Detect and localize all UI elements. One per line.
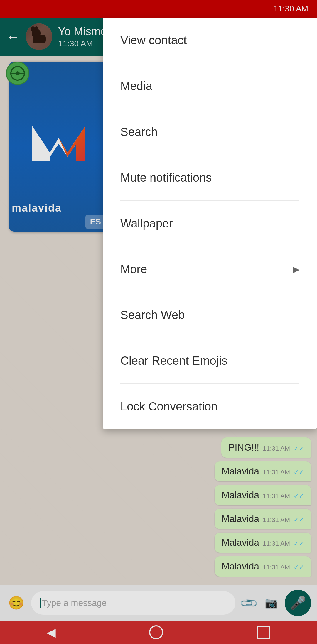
menu-item-label: Media xyxy=(120,80,152,93)
menu-item-search-web[interactable]: Search Web xyxy=(103,292,317,338)
dropdown-menu: View contact Media Search Mute notificat… xyxy=(103,18,317,429)
menu-item-search[interactable]: Search xyxy=(103,109,317,155)
menu-item-label: Clear Recent Emojis xyxy=(120,354,227,367)
menu-item-label: Search xyxy=(120,125,158,138)
menu-item-label: View contact xyxy=(120,34,187,47)
menu-item-media[interactable]: Media xyxy=(103,63,317,109)
menu-item-label: Mute notifications xyxy=(120,171,212,184)
menu-item-lock-conversation[interactable]: Lock Conversation xyxy=(103,384,317,429)
menu-item-label: Lock Conversation xyxy=(120,400,217,413)
menu-item-label: Wallpaper xyxy=(120,217,173,230)
menu-item-clear-recent-emojis[interactable]: Clear Recent Emojis xyxy=(103,338,317,383)
menu-item-label: Search Web xyxy=(120,308,185,322)
menu-item-wallpaper[interactable]: Wallpaper xyxy=(103,201,317,246)
menu-item-label: More xyxy=(120,263,147,276)
chevron-right-icon: ▶ xyxy=(293,264,299,274)
menu-overlay: View contact Media Search Mute notificat… xyxy=(0,0,317,644)
menu-item-more[interactable]: More ▶ xyxy=(103,246,317,292)
menu-item-view-contact[interactable]: View contact xyxy=(103,18,317,63)
menu-item-mute-notifications[interactable]: Mute notifications xyxy=(103,155,317,200)
